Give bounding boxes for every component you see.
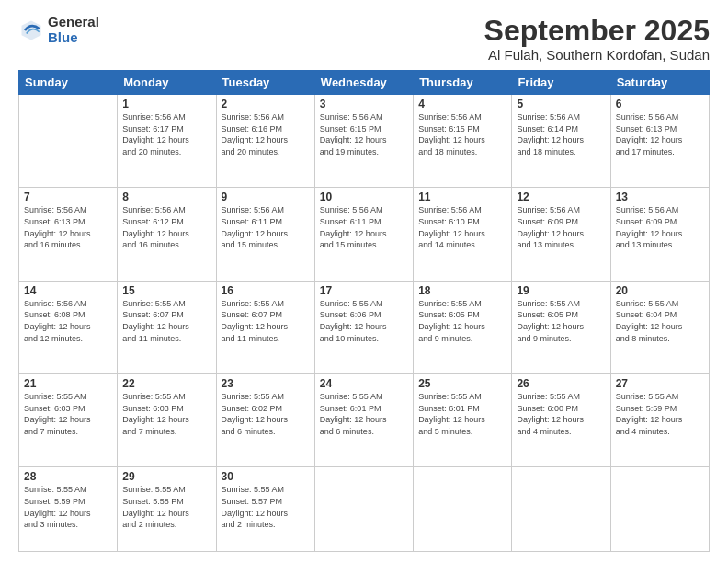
calendar-cell: 16Sunrise: 5:55 AM Sunset: 6:07 PM Dayli… [216,281,314,373]
calendar-cell: 25Sunrise: 5:55 AM Sunset: 6:01 PM Dayli… [414,374,512,467]
calendar-cell: 4Sunrise: 5:56 AM Sunset: 6:15 PM Daylig… [414,95,512,188]
day-info: Sunrise: 5:55 AM Sunset: 5:57 PM Dayligh… [222,484,310,530]
th-saturday: Saturday [610,71,709,95]
day-info: Sunrise: 5:56 AM Sunset: 6:14 PM Dayligh… [517,111,605,157]
logo: General Blue [18,15,99,45]
calendar-cell: 13Sunrise: 5:56 AM Sunset: 6:09 PM Dayli… [610,188,709,281]
week-row-2: 7Sunrise: 5:56 AM Sunset: 6:13 PM Daylig… [19,188,710,281]
calendar-cell [512,467,610,552]
day-info: Sunrise: 5:55 AM Sunset: 5:59 PM Dayligh… [616,391,704,437]
day-info: Sunrise: 5:55 AM Sunset: 6:05 PM Dayligh… [517,298,605,344]
day-number: 11 [418,190,506,203]
day-info: Sunrise: 5:55 AM Sunset: 6:05 PM Dayligh… [418,298,506,344]
day-number: 7 [24,190,112,203]
day-info: Sunrise: 5:56 AM Sunset: 6:10 PM Dayligh… [418,204,506,250]
calendar-cell: 6Sunrise: 5:56 AM Sunset: 6:13 PM Daylig… [610,95,709,188]
day-info: Sunrise: 5:55 AM Sunset: 6:01 PM Dayligh… [418,391,506,437]
th-sunday: Sunday [19,71,118,95]
day-info: Sunrise: 5:56 AM Sunset: 6:08 PM Dayligh… [24,298,112,344]
day-info: Sunrise: 5:55 AM Sunset: 5:59 PM Dayligh… [24,484,112,530]
day-info: Sunrise: 5:56 AM Sunset: 6:16 PM Dayligh… [222,111,310,157]
logo-icon [18,17,44,43]
title-area: September 2025 Al Fulah, Southern Kordof… [484,15,710,63]
day-number: 18 [418,284,506,297]
day-info: Sunrise: 5:56 AM Sunset: 6:09 PM Dayligh… [517,204,605,250]
calendar-cell [314,467,413,552]
calendar-cell: 17Sunrise: 5:55 AM Sunset: 6:06 PM Dayli… [314,281,413,373]
day-number: 16 [222,284,310,297]
day-info: Sunrise: 5:55 AM Sunset: 6:00 PM Dayligh… [517,391,605,437]
day-number: 24 [320,377,408,390]
day-info: Sunrise: 5:56 AM Sunset: 6:12 PM Dayligh… [122,204,210,250]
calendar-cell: 2Sunrise: 5:56 AM Sunset: 6:16 PM Daylig… [216,95,314,188]
calendar-cell: 20Sunrise: 5:55 AM Sunset: 6:04 PM Dayli… [610,281,709,373]
day-number: 27 [616,377,704,390]
header: General Blue September 2025 Al Fulah, So… [18,15,710,63]
day-number: 13 [616,190,704,203]
calendar-cell: 10Sunrise: 5:56 AM Sunset: 6:11 PM Dayli… [314,188,413,281]
calendar-cell: 11Sunrise: 5:56 AM Sunset: 6:10 PM Dayli… [414,188,512,281]
calendar-cell: 29Sunrise: 5:55 AM Sunset: 5:58 PM Dayli… [118,467,216,552]
calendar-cell: 28Sunrise: 5:55 AM Sunset: 5:59 PM Dayli… [19,467,118,552]
calendar-cell: 5Sunrise: 5:56 AM Sunset: 6:14 PM Daylig… [512,95,610,188]
day-info: Sunrise: 5:55 AM Sunset: 6:06 PM Dayligh… [320,298,408,344]
calendar-cell: 12Sunrise: 5:56 AM Sunset: 6:09 PM Dayli… [512,188,610,281]
calendar-cell: 19Sunrise: 5:55 AM Sunset: 6:05 PM Dayli… [512,281,610,373]
calendar-cell: 24Sunrise: 5:55 AM Sunset: 6:01 PM Dayli… [314,374,413,467]
day-number: 26 [517,377,605,390]
day-info: Sunrise: 5:55 AM Sunset: 6:03 PM Dayligh… [122,391,210,437]
day-number: 30 [222,470,310,483]
day-number: 25 [418,377,506,390]
day-info: Sunrise: 5:55 AM Sunset: 6:04 PM Dayligh… [616,298,704,344]
day-info: Sunrise: 5:56 AM Sunset: 6:11 PM Dayligh… [222,204,310,250]
day-info: Sunrise: 5:56 AM Sunset: 6:15 PM Dayligh… [418,111,506,157]
calendar-cell: 8Sunrise: 5:56 AM Sunset: 6:12 PM Daylig… [118,188,216,281]
week-row-1: 1Sunrise: 5:56 AM Sunset: 6:17 PM Daylig… [19,95,710,188]
th-friday: Friday [512,71,610,95]
day-info: Sunrise: 5:55 AM Sunset: 6:02 PM Dayligh… [222,391,310,437]
day-number: 21 [24,377,112,390]
logo-text: General Blue [48,15,99,45]
calendar-cell: 9Sunrise: 5:56 AM Sunset: 6:11 PM Daylig… [216,188,314,281]
calendar-cell: 21Sunrise: 5:55 AM Sunset: 6:03 PM Dayli… [19,374,118,467]
day-number: 23 [222,377,310,390]
week-row-4: 21Sunrise: 5:55 AM Sunset: 6:03 PM Dayli… [19,374,710,467]
day-number: 3 [320,98,408,110]
day-number: 10 [320,190,408,203]
day-info: Sunrise: 5:55 AM Sunset: 6:01 PM Dayligh… [320,391,408,437]
logo-blue-text: Blue [48,30,99,46]
week-row-5: 28Sunrise: 5:55 AM Sunset: 5:59 PM Dayli… [19,467,710,552]
calendar-cell: 23Sunrise: 5:55 AM Sunset: 6:02 PM Dayli… [216,374,314,467]
day-number: 15 [122,284,210,297]
th-tuesday: Tuesday [216,71,314,95]
day-number: 29 [122,470,210,483]
day-number: 22 [122,377,210,390]
day-number: 2 [222,98,310,110]
day-info: Sunrise: 5:56 AM Sunset: 6:15 PM Dayligh… [320,111,408,157]
th-thursday: Thursday [414,71,512,95]
calendar-table: Sunday Monday Tuesday Wednesday Thursday… [18,70,710,552]
day-number: 9 [222,190,310,203]
day-number: 28 [24,470,112,483]
day-info: Sunrise: 5:56 AM Sunset: 6:09 PM Dayligh… [616,204,704,250]
day-info: Sunrise: 5:56 AM Sunset: 6:11 PM Dayligh… [320,204,408,250]
day-number: 14 [24,284,112,297]
day-number: 19 [517,284,605,297]
day-number: 5 [517,98,605,110]
page: General Blue September 2025 Al Fulah, So… [0,0,728,563]
day-number: 6 [616,98,704,110]
calendar-cell: 30Sunrise: 5:55 AM Sunset: 5:57 PM Dayli… [216,467,314,552]
day-info: Sunrise: 5:55 AM Sunset: 6:07 PM Dayligh… [222,298,310,344]
calendar-cell [414,467,512,552]
calendar-cell: 3Sunrise: 5:56 AM Sunset: 6:15 PM Daylig… [314,95,413,188]
calendar-cell [610,467,709,552]
calendar-cell: 26Sunrise: 5:55 AM Sunset: 6:00 PM Dayli… [512,374,610,467]
day-info: Sunrise: 5:56 AM Sunset: 6:13 PM Dayligh… [616,111,704,157]
calendar-cell: 14Sunrise: 5:56 AM Sunset: 6:08 PM Dayli… [19,281,118,373]
day-number: 1 [122,98,210,110]
day-number: 12 [517,190,605,203]
day-info: Sunrise: 5:55 AM Sunset: 6:07 PM Dayligh… [122,298,210,344]
calendar-cell: 7Sunrise: 5:56 AM Sunset: 6:13 PM Daylig… [19,188,118,281]
location-title: Al Fulah, Southern Kordofan, Sudan [484,47,710,63]
day-info: Sunrise: 5:55 AM Sunset: 6:03 PM Dayligh… [24,391,112,437]
